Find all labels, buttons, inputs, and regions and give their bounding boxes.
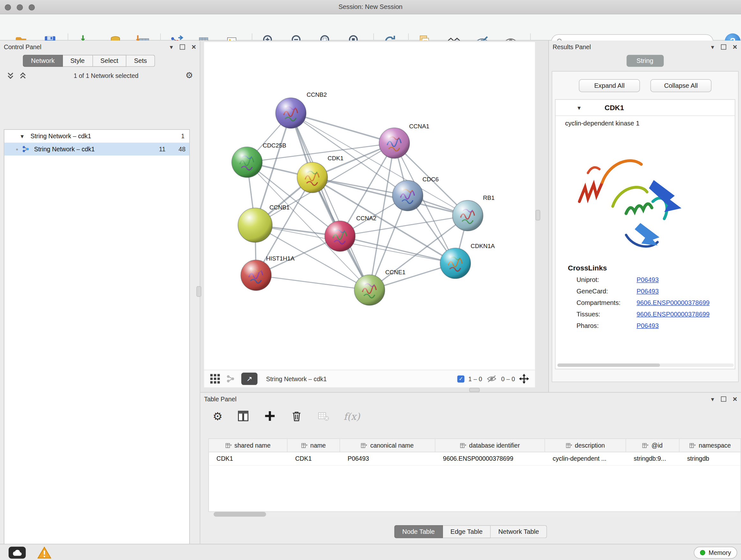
column-header--id[interactable]: @id — [626, 439, 679, 452]
tab-style[interactable]: Style — [63, 55, 93, 67]
table-panel: Table Panel ▾ × ⚙ f(x) shared namenameca… — [200, 392, 741, 544]
table-cell: CDK1 — [209, 452, 287, 465]
tab-network-table[interactable]: Network Table — [491, 525, 547, 538]
tab-node-table[interactable]: Node Table — [394, 525, 443, 538]
results-hscrollbar[interactable] — [557, 364, 734, 367]
network-node-CDC6[interactable]: CDC6 — [393, 176, 439, 211]
left-splitter-handle[interactable] — [197, 287, 201, 297]
network-view-panel: CCNB2CCNA1CDC25BCDK1CDC6RB1CCNB1CCNA2CDK… — [200, 41, 549, 392]
collapse-all-icon[interactable] — [7, 71, 14, 79]
close-panel-icon[interactable]: × — [733, 396, 737, 401]
network-graph[interactable]: CCNB2CCNA1CDC25BCDK1CDC6RB1CCNB1CCNA2CDK… — [204, 42, 535, 370]
close-panel-icon[interactable]: × — [733, 44, 737, 49]
panel-menu-icon[interactable]: ▾ — [711, 395, 714, 402]
network-tree: ▼ String Network – cdk1 1 ● String Netwo… — [4, 129, 190, 560]
show-columns-icon[interactable] — [237, 410, 249, 423]
column-header-canonical-name[interactable]: canonical name — [340, 439, 435, 452]
column-header-database-identifier[interactable]: database identifier — [435, 439, 545, 452]
crosshair-move-icon[interactable] — [519, 374, 529, 384]
open-in-new-window-button[interactable]: ↗ — [241, 373, 258, 385]
grid-view-icon[interactable] — [210, 374, 220, 384]
table-cell: stringdb — [679, 452, 741, 465]
crosslinks-list: Uniprot:P06493GeneCard:P06493Compartment… — [556, 276, 735, 329]
string-results-card: Expand All Collapse All ▼ CDK1 cyclin-de… — [552, 71, 739, 382]
expand-all-button[interactable]: Expand All — [579, 79, 640, 92]
table-hscrollbar[interactable] — [210, 512, 737, 516]
table-panel-title: Table Panel — [204, 395, 237, 402]
selected-counts: 1 – 0 — [468, 375, 482, 382]
column-header-name[interactable]: name — [287, 439, 340, 452]
crosslink-label: Uniprot: — [576, 276, 636, 283]
memory-label: Memory — [709, 549, 731, 556]
result-entry-header[interactable]: ▼ CDK1 — [556, 100, 735, 116]
table-options-gear-icon[interactable]: ⚙ — [212, 410, 222, 423]
right-splitter-handle[interactable] — [536, 210, 540, 220]
result-gene-name: CDK1 — [604, 104, 624, 111]
column-type-icon — [460, 442, 466, 448]
protein-structure-image — [569, 133, 693, 260]
crosslink-link[interactable]: 9606.ENSP00000378699 — [636, 299, 710, 306]
delete-column-icon[interactable] — [290, 410, 302, 423]
panel-menu-icon[interactable]: ▾ — [711, 43, 714, 50]
network-node-RB1[interactable]: RB1 — [453, 194, 495, 231]
expand-all-icon[interactable] — [19, 71, 27, 79]
crosslink-link[interactable]: P06493 — [636, 276, 659, 283]
table-header-row: shared namenamecanonical namedatabase id… — [209, 439, 740, 452]
network-node-CCNA1[interactable]: CCNA1 — [379, 123, 429, 159]
crosslink-link[interactable]: P06493 — [636, 288, 659, 295]
network-collection-row[interactable]: ▼ String Network – cdk1 1 — [4, 130, 189, 142]
warning-button[interactable] — [37, 546, 52, 560]
network-list-icon[interactable] — [226, 374, 235, 383]
tab-network[interactable]: Network — [23, 55, 63, 67]
network-node-CDKN1A[interactable]: CDKN1A — [440, 243, 495, 279]
close-window-button[interactable] — [5, 4, 11, 10]
column-header-namespace[interactable]: namespace — [679, 439, 741, 452]
crosslink-link[interactable]: P06493 — [636, 322, 659, 329]
float-panel-icon[interactable] — [721, 396, 726, 401]
options-gear-icon[interactable]: ⚙ — [185, 70, 193, 81]
scrollbar-thumb[interactable] — [213, 512, 266, 516]
crosslinks-title: CrossLinks — [568, 264, 735, 272]
control-panel: Control Panel ▾ × NetworkStyleSelectSets… — [0, 41, 200, 544]
column-type-icon — [566, 442, 572, 448]
network-node-CCNB2[interactable]: CCNB2 — [276, 91, 327, 128]
table-row[interactable]: CDK1CDK1P064939606.ENSP00000378699cyclin… — [209, 452, 740, 466]
collapse-all-button[interactable]: Collapse All — [650, 79, 711, 92]
tab-select[interactable]: Select — [93, 55, 126, 67]
memory-status-dot — [700, 550, 705, 555]
network-node-HIST1H1A[interactable]: HIST1H1A — [241, 255, 295, 291]
tab-edge-table[interactable]: Edge Table — [443, 525, 491, 538]
cloud-icon — [12, 550, 22, 556]
function-builder-icon[interactable]: f(x) — [344, 411, 360, 422]
memory-button[interactable]: Memory — [694, 547, 737, 558]
crosslink-label: Pharos: — [576, 322, 636, 329]
control-panel-title: Control Panel — [4, 43, 42, 50]
network-node-CDC25B[interactable]: CDC25B — [232, 142, 286, 178]
panel-menu-icon[interactable]: ▾ — [170, 43, 173, 50]
tab-string[interactable]: String — [626, 55, 664, 67]
column-header-shared-name[interactable]: shared name — [209, 439, 287, 452]
crosslink-link[interactable]: 9606.ENSP00000378699 — [636, 311, 710, 318]
crosslink-label: Compartments: — [576, 299, 636, 306]
float-panel-icon[interactable] — [180, 44, 185, 49]
bottom-splitter-handle[interactable] — [469, 388, 480, 392]
cloud-button[interactable] — [9, 547, 26, 558]
disclosure-icon[interactable]: ▼ — [19, 133, 24, 139]
node-count: 11 — [149, 145, 165, 152]
float-panel-icon[interactable] — [721, 44, 726, 49]
network-canvas[interactable]: CCNB2CCNA1CDC25BCDK1CDC6RB1CCNB1CCNA2CDK… — [204, 42, 535, 370]
tab-sets[interactable]: Sets — [126, 55, 155, 67]
maximize-window-button[interactable] — [29, 4, 35, 10]
table-toolbar: ⚙ f(x) — [200, 405, 741, 428]
network-node-CCNB1[interactable]: CCNB1 — [238, 204, 290, 242]
node-label: CCNB1 — [269, 204, 289, 211]
add-column-icon[interactable] — [264, 410, 276, 423]
selected-checkbox-icon[interactable]: ✓ — [457, 375, 464, 382]
network-title: String Network – cdk1 — [266, 375, 327, 382]
minimize-window-button[interactable] — [17, 4, 23, 10]
close-panel-icon[interactable]: × — [192, 44, 196, 49]
network-node-CDK1[interactable]: CDK1 — [297, 155, 343, 193]
network-row[interactable]: ● String Network – cdk1 11 48 — [4, 143, 189, 155]
column-header-description[interactable]: description — [545, 439, 626, 452]
collapse-entry-icon[interactable]: ▼ — [576, 105, 582, 111]
